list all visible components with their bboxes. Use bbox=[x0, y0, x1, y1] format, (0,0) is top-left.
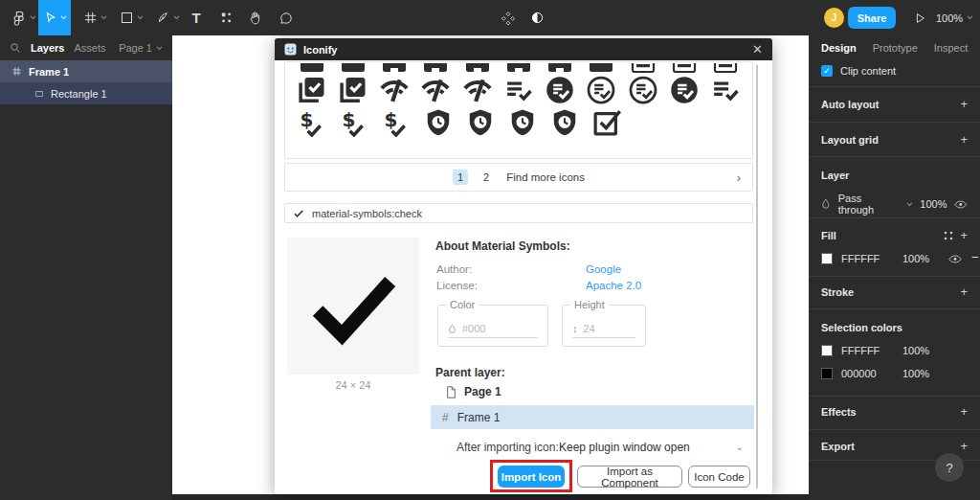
tab-design[interactable]: Design bbox=[821, 42, 857, 54]
sliver-notch-icon[interactable] bbox=[498, 62, 539, 74]
color-swatch[interactable] bbox=[821, 368, 833, 379]
sliver-outline-icon[interactable] bbox=[663, 62, 704, 74]
clip-content-row[interactable]: ✓ Clip content bbox=[821, 65, 896, 77]
eye-icon[interactable] bbox=[954, 200, 968, 209]
layout-grid-section: Layout grid bbox=[821, 134, 879, 146]
add-fill-button[interactable]: + bbox=[960, 228, 968, 242]
selection-opacity[interactable]: 100% bbox=[902, 345, 929, 356]
frame-icon bbox=[11, 66, 22, 77]
import-as-component-button[interactable]: Import as Component bbox=[577, 466, 682, 488]
auto-layout-label: Auto layout bbox=[821, 99, 880, 110]
add-layout-grid-button[interactable]: + bbox=[960, 132, 968, 147]
shape-tool-button[interactable] bbox=[115, 0, 147, 35]
add-stroke-button[interactable]: + bbox=[960, 284, 968, 299]
share-button[interactable]: Share bbox=[848, 7, 896, 29]
sliver-solid-icon[interactable] bbox=[332, 62, 373, 74]
page-1-button[interactable]: 1 bbox=[453, 170, 468, 185]
tab-prototype[interactable]: Prototype bbox=[873, 42, 918, 54]
network-check-icon[interactable] bbox=[374, 74, 415, 106]
next-page-chevron-icon[interactable]: › bbox=[737, 170, 741, 185]
author-link[interactable]: Google bbox=[586, 263, 621, 275]
search-icon[interactable] bbox=[10, 42, 21, 54]
price-check-icon[interactable]: $ bbox=[291, 106, 333, 139]
layer-row-rectangle[interactable]: Rectangle 1 bbox=[0, 82, 172, 104]
comment-tool-button[interactable] bbox=[272, 0, 301, 35]
shield-clock-icon[interactable] bbox=[501, 106, 544, 139]
modal-header[interactable]: Iconify ✕ bbox=[275, 38, 772, 60]
playlist-check-icon[interactable] bbox=[498, 74, 539, 106]
selection-opacity[interactable]: 100% bbox=[902, 368, 929, 379]
page-2-button[interactable]: 2 bbox=[483, 171, 489, 183]
add-export-button[interactable]: + bbox=[960, 439, 968, 453]
remove-fill-icon[interactable]: − bbox=[971, 250, 979, 264]
icon-code-button[interactable]: Icon Code bbox=[688, 466, 750, 488]
sliver-notch-icon[interactable] bbox=[415, 62, 457, 74]
playlist-check-circle-outline-icon[interactable] bbox=[622, 74, 663, 106]
shield-clock-icon[interactable] bbox=[459, 106, 501, 139]
fill-opacity-value[interactable]: 100% bbox=[902, 253, 929, 264]
eye-icon[interactable] bbox=[948, 255, 962, 263]
tab-inspect[interactable]: Inspect bbox=[934, 42, 968, 54]
avatar[interactable]: J bbox=[824, 8, 844, 28]
hand-tool-button[interactable] bbox=[241, 0, 270, 35]
move-tool-button[interactable] bbox=[38, 0, 71, 35]
sliver-notch-icon[interactable] bbox=[457, 62, 498, 74]
sliver-notch-icon[interactable] bbox=[540, 62, 581, 74]
library-check-icon[interactable] bbox=[291, 74, 332, 106]
checkbox-check-icon[interactable] bbox=[586, 106, 628, 139]
sliver-outline-icon[interactable] bbox=[622, 62, 663, 74]
playlist-check-circle-filled-icon[interactable] bbox=[540, 74, 581, 106]
library-check-icon[interactable] bbox=[332, 74, 373, 106]
sliver-solid-icon[interactable] bbox=[581, 62, 622, 74]
after-import-select[interactable]: Keep plugin window open bbox=[559, 441, 690, 454]
modal-scrollbar[interactable] bbox=[756, 65, 758, 489]
styles-grid-icon[interactable] bbox=[943, 230, 954, 241]
main-menu-button[interactable] bbox=[8, 0, 38, 35]
page-selector[interactable]: Page 1 bbox=[119, 42, 163, 54]
tab-assets[interactable]: Assets bbox=[74, 42, 105, 54]
playlist-check-circle-filled-icon[interactable] bbox=[663, 74, 704, 106]
color-swatch[interactable] bbox=[821, 345, 833, 356]
fill-hex-value[interactable]: FFFFFF bbox=[841, 253, 880, 264]
layer-opacity-value[interactable]: 100% bbox=[920, 198, 947, 210]
sliver-solid-icon[interactable] bbox=[291, 62, 332, 74]
shield-clock-icon[interactable] bbox=[544, 106, 586, 139]
layer-row-frame[interactable]: Frame 1 bbox=[0, 60, 172, 82]
selection-hex[interactable]: 000000 bbox=[841, 368, 877, 379]
add-auto-layout-button[interactable]: + bbox=[960, 97, 968, 111]
parent-frame-row[interactable]: # Frame 1 bbox=[431, 405, 754, 429]
network-check-icon[interactable] bbox=[415, 74, 457, 106]
sliver-notch-icon[interactable] bbox=[374, 62, 415, 74]
network-check-icon[interactable] bbox=[457, 74, 498, 106]
shield-clock-icon[interactable] bbox=[417, 106, 459, 139]
present-button[interactable] bbox=[907, 0, 932, 35]
sliver-outline-icon[interactable] bbox=[705, 62, 746, 74]
add-effect-button[interactable]: + bbox=[960, 404, 968, 419]
parent-page-row[interactable]: Page 1 bbox=[446, 385, 501, 398]
selection-hex[interactable]: FFFFFF bbox=[841, 345, 880, 356]
chevron-down-icon[interactable] bbox=[906, 202, 913, 207]
zoom-control[interactable]: 100% bbox=[936, 0, 973, 35]
height-field[interactable]: Height ↕ 24 bbox=[562, 305, 646, 347]
license-link[interactable]: Apache 2.0 bbox=[586, 280, 641, 291]
checkbox-checked-icon[interactable]: ✓ bbox=[821, 65, 833, 77]
frame-tool-button[interactable] bbox=[78, 0, 111, 35]
theme-toggle-button[interactable] bbox=[524, 0, 549, 35]
playlist-check-circle-outline-icon[interactable] bbox=[581, 74, 622, 106]
pen-tool-button[interactable] bbox=[151, 0, 184, 35]
price-check-icon[interactable]: $ bbox=[375, 106, 417, 139]
close-icon[interactable]: ✕ bbox=[752, 42, 763, 57]
fill-swatch[interactable] bbox=[821, 253, 833, 264]
blend-mode-select[interactable]: Pass through bbox=[838, 193, 899, 216]
icon-name-field[interactable]: material-symbols:check bbox=[284, 203, 753, 223]
resources-tool-button[interactable] bbox=[212, 0, 239, 35]
tab-layers[interactable]: Layers bbox=[31, 42, 64, 54]
find-more-icons-link[interactable]: Find more icons bbox=[506, 171, 585, 183]
chevron-down-icon[interactable]: ⌄ bbox=[736, 442, 744, 452]
text-tool-button[interactable]: T bbox=[184, 0, 209, 35]
playlist-check-icon[interactable] bbox=[705, 74, 746, 106]
help-button[interactable]: ? bbox=[935, 453, 964, 482]
plugin-button[interactable] bbox=[496, 0, 521, 35]
color-field[interactable]: Color #000 bbox=[437, 305, 548, 347]
price-check-icon[interactable]: $ bbox=[333, 106, 375, 139]
